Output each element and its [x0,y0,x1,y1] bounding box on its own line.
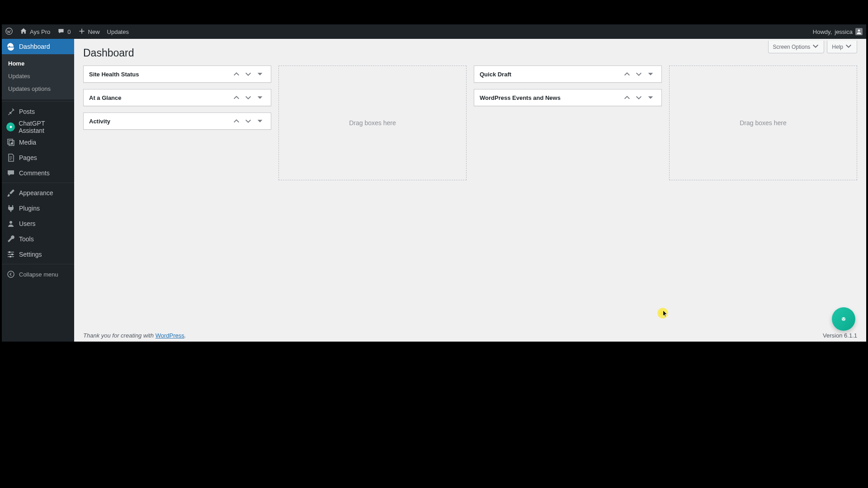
updates-item[interactable]: Updates [104,24,132,39]
svg-point-3 [11,142,13,144]
postbox-at-a-glance[interactable]: At a Glance [83,89,271,106]
postbox-title: At a Glance [89,94,231,101]
media-icon [6,138,15,147]
comment-icon [57,28,65,36]
postbox-quick-draft[interactable]: Quick Draft [474,66,662,83]
new-item[interactable]: New [75,24,104,39]
move-down-button[interactable] [243,69,254,80]
chevron-down-icon [812,42,819,51]
pin-icon [6,107,15,116]
menu-separator [2,181,74,183]
toggle-button[interactable] [255,116,265,127]
cursor-highlight [657,308,668,319]
svg-point-6 [11,253,13,255]
submenu-updates[interactable]: Updates [2,70,74,82]
sidebar-item-comments[interactable]: Comments [2,165,74,181]
dropzone-label: Drag boxes here [349,119,396,127]
sidebar-item-pages[interactable]: Pages [2,150,74,165]
cursor-icon [662,310,669,317]
move-down-button[interactable] [243,92,254,103]
move-up-button[interactable] [231,92,242,103]
dropzone[interactable]: Drag boxes here [278,66,467,180]
postbox-wp-events[interactable]: WordPress Events and News [474,89,662,106]
comment-icon [6,169,15,178]
svg-point-2 [9,126,12,128]
wordpress-logo-item[interactable] [2,24,16,39]
toggle-button[interactable] [645,69,656,80]
submenu-updates-options[interactable]: Updates options [2,82,74,95]
screen-options-button[interactable]: Screen Options [768,41,825,53]
postbox-title: Quick Draft [480,71,622,78]
footer-version: Version 6.1.1 [823,332,857,339]
postbox-activity[interactable]: Activity [83,113,271,130]
avatar-icon [855,28,863,35]
move-up-button[interactable] [231,69,242,80]
postbox-title: WordPress Events and News [480,94,622,101]
sliders-icon [6,250,15,259]
wordpress-icon [5,28,13,36]
sidebar-item-media[interactable]: Media [2,135,74,150]
footer: Thank you for creating with WordPress. V… [83,332,857,339]
howdy-item[interactable]: Howdy, jessica [813,28,866,35]
chatgpt-assistant-bubble[interactable] [832,307,855,331]
postbox-column-4: Drag boxes here [669,66,857,180]
move-down-button[interactable] [243,116,254,127]
move-up-button[interactable] [622,92,632,103]
sidebar-item-users[interactable]: Users [2,216,74,231]
sidebar-item-dashboard[interactable]: Dashboard [2,39,74,54]
postbox-title: Activity [89,118,231,125]
wrench-icon [6,235,15,244]
submenu-home[interactable]: Home [2,57,74,70]
toggle-button[interactable] [255,69,265,80]
howdy-username: jessica [835,28,853,35]
move-up-button[interactable] [231,116,242,127]
sidebar-item-settings[interactable]: Settings [2,247,74,262]
move-up-button[interactable] [622,69,632,80]
sidebar-item-appearance[interactable]: Appearance [2,185,74,201]
admin-bar: Ays Pro 0 New Updates Howdy, jessica [2,24,866,39]
dropzone[interactable]: Drag boxes here [669,66,857,180]
svg-point-11 [844,318,845,319]
postbox-site-health[interactable]: Site Health Status [83,66,271,83]
toggle-button[interactable] [255,92,265,103]
move-down-button[interactable] [633,92,644,103]
menu-separator [2,262,74,264]
sidebar-item-plugins[interactable]: Plugins [2,201,74,216]
sidebar-item-label: Dashboard [19,43,50,50]
toggle-button[interactable] [645,92,656,103]
svg-point-9 [842,317,845,321]
postbox-column-1: Site Health Status At a Glance [83,66,271,180]
postbox-column-2: Drag boxes here [278,66,467,180]
dashboard-icon [6,42,15,51]
chevron-down-icon [845,42,852,51]
footer-link[interactable]: WordPress [156,332,184,339]
page-title: Dashboard [83,39,857,66]
postbox-title: Site Health Status [89,71,231,78]
sidebar-item-chatgpt[interactable]: ChatGPT Assistant [2,119,74,135]
svg-point-0 [6,28,12,34]
svg-point-4 [9,221,12,224]
new-label: New [88,28,100,35]
site-name-item[interactable]: Ays Pro [16,24,54,39]
plus-icon [78,28,85,36]
svg-point-1 [858,29,860,32]
sidebar-item-tools[interactable]: Tools [2,231,74,247]
home-icon [20,28,27,36]
chatgpt-icon [6,122,15,131]
svg-point-10 [842,318,843,319]
collapse-menu-button[interactable]: Collapse menu [2,267,74,282]
svg-point-7 [9,256,11,258]
sidebar-item-posts[interactable]: Posts [2,104,74,119]
dropzone-label: Drag boxes here [740,119,787,127]
comments-count: 0 [67,28,71,35]
help-button[interactable]: Help [827,41,857,53]
comments-item[interactable]: 0 [54,24,74,39]
updates-label: Updates [107,28,129,35]
plug-icon [6,204,15,213]
svg-point-5 [9,251,10,253]
footer-text: Thank you for creating with [83,332,156,339]
menu-separator [2,99,74,102]
content-area: Screen Options Help Dashboard Site Healt… [74,39,866,342]
move-down-button[interactable] [633,69,644,80]
brush-icon [6,188,15,197]
